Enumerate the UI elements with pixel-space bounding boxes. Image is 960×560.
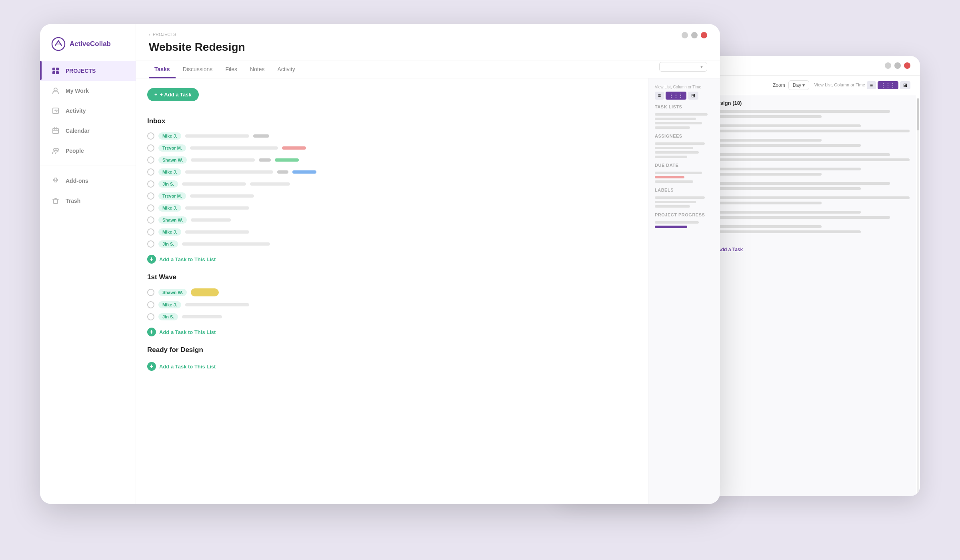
task-bar: [185, 134, 249, 138]
task-bar: [714, 196, 910, 199]
task-bar-sm: [253, 134, 269, 138]
filter-bar: [655, 172, 702, 174]
filter-bar: [655, 196, 705, 199]
add-circle-icon: +: [147, 328, 156, 336]
view-col-btn[interactable]: ⋮⋮⋮: [878, 81, 898, 89]
sidebar-item-trash[interactable]: Trash: [40, 191, 136, 211]
task-checkbox[interactable]: [147, 144, 154, 152]
tab-tasks[interactable]: Tasks: [149, 60, 176, 78]
assignee-pill: Jin S.: [158, 313, 178, 320]
filter-assignees-header: ASSIGNEES: [655, 134, 714, 138]
filter-list-btn[interactable]: ≡: [655, 92, 664, 100]
inbox-add-task-btn[interactable]: + Add a Task to This List: [147, 252, 637, 267]
grid-icon: [51, 66, 60, 75]
filter-bar: [655, 126, 690, 129]
trash-label: Trash: [66, 198, 80, 204]
task-checkbox[interactable]: [147, 204, 154, 212]
assignee-pill: Mike J.: [158, 204, 181, 212]
task-bar: [185, 170, 273, 174]
activity-label: Activity: [66, 108, 86, 114]
sidebar-item-my-work[interactable]: My Work: [40, 81, 136, 101]
scrollbar-track[interactable]: [917, 98, 919, 493]
sidebar-item-projects[interactable]: PROJECTS: [40, 61, 136, 81]
assignee-pill: Shawn W.: [158, 156, 187, 164]
task-bar: [714, 124, 860, 127]
tab-activity[interactable]: Activity: [272, 60, 301, 78]
filter-tasklists-header: TASK LISTS: [655, 104, 714, 109]
ready-for-design-section-title: Ready for Design: [147, 346, 637, 354]
active-indicator: [40, 61, 42, 80]
task-checkbox[interactable]: [147, 132, 154, 140]
logo-area: ActiveCollab: [40, 24, 136, 61]
logo-icon: [51, 37, 66, 51]
filter-col-btn[interactable]: ⋮⋮⋮: [666, 92, 686, 100]
view-time-btn[interactable]: ⊞: [900, 81, 910, 89]
my-work-label: My Work: [66, 88, 89, 94]
task-bar: [714, 211, 860, 214]
win-btn-red-main[interactable]: [701, 32, 707, 38]
scrollbar-thumb: [917, 98, 919, 130]
task-bar: [714, 153, 890, 156]
task-checkbox[interactable]: [147, 289, 154, 296]
second-view-toggle: View List, Column or Time ≡ ⋮⋮⋮ ⊞: [814, 81, 910, 89]
table-row: Mike J.: [147, 130, 637, 142]
filter-dropdown[interactable]: ──────▾: [659, 62, 707, 72]
view-toggle-area: View List, Column or Time ≡ ⋮⋮⋮ ⊞: [655, 85, 714, 100]
task-checkbox[interactable]: [147, 216, 154, 224]
main-window: ActiveCollab PROJECTS My Work: [40, 24, 720, 504]
breadcrumb-text: PROJECTS: [153, 32, 176, 37]
filter-bar: [655, 221, 699, 224]
task-checkbox[interactable]: [147, 228, 154, 236]
sidebar-item-activity[interactable]: Activity: [40, 101, 136, 121]
task-bar: [182, 315, 222, 318]
add-task-button[interactable]: + + Add a Task: [147, 88, 199, 101]
people-label: People: [66, 148, 84, 154]
filter-bar-purple: [655, 226, 687, 228]
tab-discussions[interactable]: Discussions: [177, 60, 218, 78]
task-checkbox[interactable]: [147, 240, 154, 248]
task-checkbox[interactable]: [147, 192, 154, 200]
assignee-pill: Trevor M.: [158, 144, 186, 152]
win-btn-grey[interactable]: [885, 62, 891, 69]
task-checkbox[interactable]: [147, 301, 154, 308]
task-bar: [250, 182, 290, 186]
tab-files[interactable]: Files: [220, 60, 243, 78]
calendar-label: Calendar: [66, 128, 90, 134]
table-row: Mike J.: [147, 202, 637, 214]
ready-add-task-btn[interactable]: + Add a Task to This List: [147, 359, 637, 374]
win-btn-red[interactable]: [904, 62, 910, 69]
table-row: Shawn W.: [147, 214, 637, 226]
table-row: Mike J.: [147, 299, 637, 311]
trash-icon: [51, 196, 60, 205]
task-bar: [714, 130, 910, 132]
table-row: Mike J.: [147, 166, 637, 178]
calendar-icon: [51, 126, 60, 135]
assignee-pill: Mike J.: [158, 132, 181, 140]
firstwave-add-task-btn[interactable]: + Add a Task to This List: [147, 324, 637, 340]
win-btn-grey2-main[interactable]: [691, 32, 698, 38]
task-bar: [714, 110, 890, 113]
task-checkbox[interactable]: [147, 156, 154, 164]
assignee-pill: Mike J.: [158, 168, 181, 176]
zoom-select[interactable]: Day ▾: [788, 80, 810, 90]
sidebar-divider: [40, 166, 136, 166]
sidebar-item-people[interactable]: People: [40, 141, 136, 161]
task-bar: [714, 139, 821, 142]
table-row: Trevor M.: [147, 190, 637, 202]
sidebar-item-addons[interactable]: Add-ons: [40, 171, 136, 191]
task-checkbox[interactable]: [147, 313, 154, 320]
task-checkbox[interactable]: [147, 168, 154, 176]
task-checkbox[interactable]: [147, 180, 154, 188]
task-bar: [714, 225, 821, 228]
filter-time-btn[interactable]: ⊞: [688, 92, 698, 100]
design-add-task[interactable]: + Add a Task: [714, 244, 910, 256]
tab-notes[interactable]: Notes: [244, 60, 270, 78]
table-row: Jin S.: [147, 311, 637, 323]
win-btn-grey-main[interactable]: [682, 32, 688, 38]
task-bar: [185, 303, 249, 306]
win-btn-grey2[interactable]: [894, 62, 901, 69]
table-row: Shawn W.: [147, 154, 637, 166]
sidebar-item-calendar[interactable]: Calendar: [40, 121, 136, 141]
second-view-label: View List, Column or Time: [814, 82, 865, 87]
view-list-btn[interactable]: ≡: [867, 81, 876, 89]
